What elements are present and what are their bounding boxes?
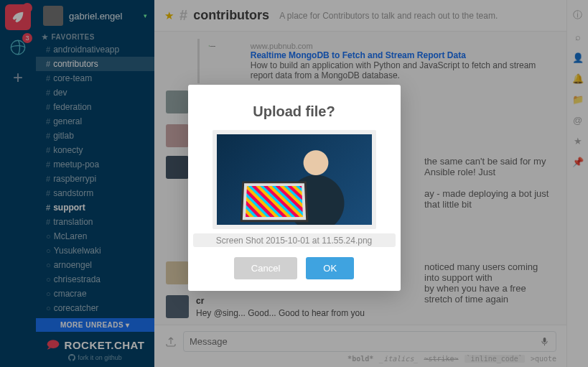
ok-button[interactable]: OK (306, 257, 354, 279)
cancel-button[interactable]: Cancel (234, 257, 297, 279)
modal-title: Upload file? (253, 103, 335, 120)
filename-row (193, 233, 396, 247)
upload-preview-image (217, 134, 372, 225)
modal-overlay[interactable]: Upload file? Cancel OK (0, 0, 588, 367)
upload-filename-input[interactable] (196, 236, 393, 246)
upload-file-modal: Upload file? Cancel OK (188, 85, 401, 291)
